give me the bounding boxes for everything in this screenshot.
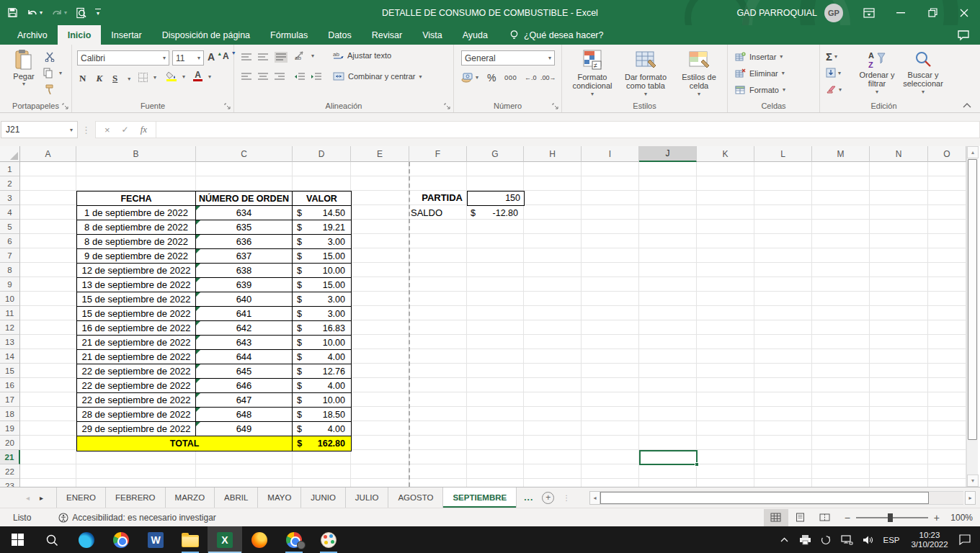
ribbon-display-options-icon[interactable] (853, 0, 885, 25)
account-name[interactable]: GAD PARROQUIAL (736, 8, 817, 18)
column-header-A[interactable]: A (20, 146, 76, 162)
accounting-format-button[interactable]: ▾ (461, 72, 478, 83)
scroll-down-icon[interactable]: ▾ (967, 475, 979, 487)
cell-fecha[interactable]: 15 de septiembre de 2022 (77, 292, 196, 307)
cell-valor[interactable]: $3.00 (293, 235, 351, 249)
cell-orden[interactable]: 647 (196, 393, 293, 408)
column-header-F[interactable]: F (409, 146, 467, 162)
align-bottom-button[interactable] (275, 52, 288, 63)
fill-handle[interactable] (695, 462, 699, 467)
taskbar-clock[interactable]: 10:23 3/10/2022 (907, 531, 952, 549)
cell-styles-button[interactable]: Estilos de celda▾ (673, 49, 725, 99)
cell-valor[interactable]: $19.21 (293, 220, 351, 235)
cell-fecha[interactable]: 21 de septiembre de 2022 (77, 350, 196, 364)
row-header-13[interactable]: 13 (0, 335, 20, 349)
taskbar-firefox-icon[interactable] (242, 526, 277, 553)
increase-decimal-button[interactable]: ←.0 (525, 72, 538, 81)
cell-orden[interactable]: 644 (196, 350, 293, 364)
cell-valor[interactable]: $4.00 (293, 350, 351, 364)
row-header-5[interactable]: 5 (0, 220, 20, 234)
header-fecha[interactable]: FECHA (77, 192, 196, 206)
horizontal-scroll-thumb[interactable] (600, 492, 929, 504)
align-right-button[interactable] (275, 73, 285, 81)
cell-fecha[interactable]: 21 de septiembre de 2022 (77, 336, 196, 350)
row-header-23[interactable]: 23 (0, 479, 20, 487)
cell-orden[interactable]: 634 (196, 206, 293, 220)
scroll-up-icon[interactable]: ▴ (967, 146, 979, 158)
partida-value-cell[interactable]: 150 (467, 191, 525, 206)
delete-cells-button[interactable]: Eliminar▾ (735, 68, 785, 78)
menu-tab-vista[interactable]: Vista (412, 25, 453, 45)
saldo-value-cell[interactable]: $ -12.80 (467, 206, 525, 220)
cell-fecha[interactable]: 16 de septiembre de 2022 (77, 321, 196, 336)
decrease-indent-button[interactable] (294, 73, 305, 81)
zoom-slider[interactable] (856, 517, 928, 518)
cell-valor[interactable]: $12.76 (293, 364, 351, 379)
row-header-6[interactable]: 6 (0, 234, 20, 248)
sheet-tab-marzo[interactable]: MARZO (166, 487, 215, 508)
cell-fecha[interactable]: 22 de septiembre de 2022 (77, 364, 196, 379)
insert-function-icon[interactable]: fx (141, 124, 147, 135)
column-header-E[interactable]: E (351, 146, 409, 162)
insert-cells-button[interactable]: Insertar▾ (735, 52, 783, 61)
decrease-decimal-button[interactable]: .00→ (540, 72, 555, 81)
row-header-10[interactable]: 10 (0, 292, 20, 306)
formula-input[interactable] (156, 121, 980, 138)
find-select-button[interactable]: Buscar y seleccionar▾ (901, 50, 945, 96)
cell-valor[interactable]: $4.00 (293, 379, 351, 393)
cell-orden[interactable]: 646 (196, 379, 293, 393)
comma-style-button[interactable]: 000 (504, 73, 517, 81)
menu-tab-disposición-de-página[interactable]: Disposición de página (152, 25, 260, 45)
vertical-scrollbar[interactable]: ▴ ▾ (966, 146, 978, 487)
cell-fecha[interactable]: 12 de septiembre de 2022 (77, 264, 196, 278)
cell-valor[interactable]: $3.00 (293, 307, 351, 321)
menu-tab-datos[interactable]: Datos (318, 25, 362, 45)
cell-orden[interactable]: 641 (196, 307, 293, 321)
cell-valor[interactable]: $3.00 (293, 292, 351, 307)
number-format-combo[interactable]: General▾ (461, 50, 555, 66)
cut-button[interactable] (45, 52, 55, 62)
grid-cells[interactable]: FECHANÚMERO DE ORDENVALOR1 de septiembre… (20, 162, 966, 487)
dialog-launcher-icon[interactable] (224, 103, 231, 110)
underline-dropdown[interactable]: ▾ (128, 76, 130, 82)
zoom-level[interactable]: 100% (947, 513, 973, 523)
cell-fecha[interactable]: 29 de septiembre de 2022 (77, 422, 196, 436)
font-name-combo[interactable]: Calibri▾ (77, 50, 169, 66)
zoom-slider-thumb[interactable] (888, 513, 893, 522)
row-header-4[interactable]: 4 (0, 205, 20, 220)
align-top-button[interactable] (241, 53, 251, 61)
collapse-ribbon-icon[interactable] (963, 103, 971, 108)
sheet-tab-junio[interactable]: JUNIO (301, 487, 346, 508)
wrap-text-button[interactable]: ab Ajustar texto (333, 51, 391, 60)
row-header-19[interactable]: 19 (0, 421, 20, 436)
menu-tab-revisar[interactable]: Revisar (362, 25, 412, 45)
accessibility-status[interactable]: Accesibilidad: es necesario investigar (58, 513, 215, 523)
cell-fecha[interactable]: 22 de septiembre de 2022 (77, 379, 196, 393)
column-header-N[interactable]: N (870, 146, 928, 162)
menu-tab-ayuda[interactable]: Ayuda (453, 25, 498, 45)
row-header-20[interactable]: 20 (0, 436, 20, 450)
taskbar-edge-icon[interactable] (69, 526, 104, 553)
tabbar-splitter[interactable]: ⋮ (563, 494, 570, 502)
conditional-formatting-button[interactable]: ≠ Formato condicional▾ (566, 49, 618, 99)
column-header-H[interactable]: H (524, 146, 582, 162)
clear-button[interactable]: ▾ (826, 85, 842, 94)
cell-valor[interactable]: $16.83 (293, 321, 351, 336)
cell-fecha[interactable]: 8 de septiembre de 2022 (77, 220, 196, 235)
orientation-button[interactable]: ab▾ (294, 50, 314, 60)
row-header-9[interactable]: 9 (0, 277, 20, 292)
cell-orden[interactable]: 638 (196, 264, 293, 278)
total-label[interactable]: TOTAL (77, 436, 293, 451)
taskbar-excel-icon[interactable]: X (208, 526, 242, 553)
copy-button[interactable]: ▾ (43, 68, 62, 78)
horizontal-scrollbar[interactable]: ◂ ▸ (589, 490, 976, 505)
column-header-I[interactable]: I (582, 146, 639, 162)
zoom-in-icon[interactable]: + (934, 512, 940, 523)
enter-icon[interactable]: ✓ (122, 125, 129, 135)
format-painter-button[interactable] (45, 84, 55, 94)
borders-button[interactable]: ▾ (138, 73, 156, 82)
language-indicator[interactable]: ESP (881, 536, 902, 544)
align-center-button[interactable] (258, 73, 268, 81)
sheet-tab-enero[interactable]: ENERO (56, 487, 106, 508)
cell-orden[interactable]: 642 (196, 321, 293, 336)
